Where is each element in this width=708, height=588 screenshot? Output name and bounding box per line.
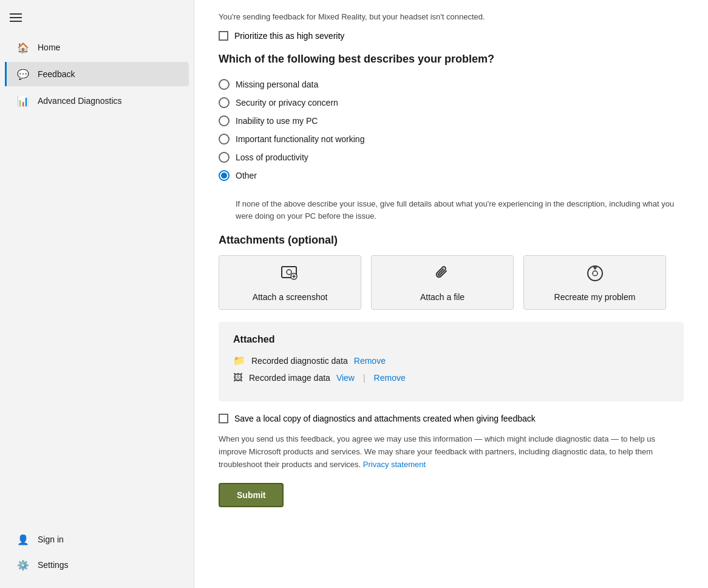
remove-diagnostic-button[interactable]: Remove	[354, 356, 386, 366]
attach-file-button[interactable]: Attach a file	[371, 255, 514, 310]
diagnostics-icon: 📊	[17, 95, 29, 107]
home-icon: 🏠	[17, 41, 29, 53]
radio-label-missing: Missing personal data	[236, 80, 318, 89]
folder-icon: 📁	[233, 355, 245, 366]
radio-inability-to-use[interactable]: Inability to use my PC	[219, 113, 684, 129]
attachment-buttons: Attach a screenshot Attach a file Recrea…	[219, 255, 684, 310]
radio-circle-inability	[219, 115, 230, 126]
attach-file-label: Attach a file	[420, 292, 465, 302]
radio-circle-security	[219, 97, 230, 108]
sidebar-bottom: 👤 Sign in ⚙️ Settings	[0, 526, 194, 588]
privacy-statement-link[interactable]: Privacy statement	[363, 460, 426, 469]
recreate-problem-button[interactable]: Recreate my problem	[523, 255, 666, 310]
radio-other[interactable]: Other	[219, 168, 684, 183]
image-data-label: Recorded image data	[249, 373, 330, 383]
diagnostic-data-label: Recorded diagnostic data	[251, 356, 348, 366]
svg-point-6	[593, 271, 597, 276]
radio-missing-personal-data[interactable]: Missing personal data	[219, 77, 684, 92]
radio-circle-missing	[219, 79, 230, 90]
attached-section: Attached 📁 Recorded diagnostic data Remo…	[219, 322, 684, 402]
other-hint: If none of the above describe your issue…	[236, 198, 684, 222]
submit-button[interactable]: Submit	[219, 483, 284, 507]
svg-point-1	[287, 270, 291, 275]
save-copy-label: Save a local copy of diagnostics and att…	[234, 414, 536, 423]
attached-title: Attached	[233, 334, 669, 345]
sidebar-item-sign-in-label: Sign in	[38, 535, 64, 544]
radio-label-functionality: Important functionality not working	[236, 134, 364, 144]
sidebar-item-home[interactable]: 🏠 Home	[5, 35, 189, 60]
save-copy-checkbox[interactable]	[219, 414, 228, 423]
high-severity-checkbox[interactable]	[219, 31, 228, 41]
view-image-button[interactable]: View	[336, 373, 355, 383]
recreate-problem-label: Recreate my problem	[554, 292, 636, 302]
attached-item-image: 🖼 Recorded image data View | Remove	[233, 372, 669, 383]
legal-text: When you send us this feedback, you agre…	[219, 433, 684, 471]
radio-important-functionality[interactable]: Important functionality not working	[219, 131, 684, 147]
radio-label-security: Security or privacy concern	[236, 98, 338, 108]
sidebar-item-settings[interactable]: ⚙️ Settings	[5, 553, 189, 577]
radio-security-privacy[interactable]: Security or privacy concern	[219, 95, 684, 111]
problem-section-title: Which of the following best describes yo…	[219, 53, 684, 66]
remove-image-button[interactable]: Remove	[374, 373, 406, 383]
sidebar-item-feedback[interactable]: 💬 Feedback	[5, 62, 189, 86]
sidebar-item-advanced-diagnostics-label: Advanced Diagnostics	[38, 96, 122, 106]
radio-label-productivity: Loss of productivity	[236, 152, 308, 162]
high-severity-label: Prioritize this as high severity	[234, 31, 344, 41]
radio-circle-productivity	[219, 152, 230, 163]
sidebar-item-home-label: Home	[38, 43, 60, 52]
main-content: You're sending feedback for Mixed Realit…	[194, 0, 708, 588]
recreate-icon	[585, 264, 605, 287]
settings-icon: ⚙️	[17, 559, 29, 571]
problem-radio-group: Missing personal data Security or privac…	[219, 77, 684, 183]
legal-text-content: When you send us this feedback, you agre…	[219, 434, 655, 469]
attach-screenshot-label: Attach a screenshot	[253, 292, 328, 302]
sidebar-item-feedback-label: Feedback	[38, 69, 75, 79]
attach-screenshot-button[interactable]: Attach a screenshot	[219, 255, 361, 310]
sign-in-icon: 👤	[17, 533, 29, 545]
save-copy-row: Save a local copy of diagnostics and att…	[219, 414, 684, 423]
attach-file-icon	[433, 264, 452, 287]
sidebar-item-sign-in[interactable]: 👤 Sign in	[5, 527, 189, 552]
attached-item-diagnostic: 📁 Recorded diagnostic data Remove	[233, 355, 669, 366]
separator: |	[363, 373, 366, 383]
radio-circle-functionality	[219, 134, 230, 145]
radio-circle-other	[219, 170, 230, 181]
image-icon: 🖼	[233, 372, 243, 383]
radio-label-inability: Inability to use my PC	[236, 116, 318, 126]
attachments-title: Attachments (optional)	[219, 234, 684, 247]
radio-loss-of-productivity[interactable]: Loss of productivity	[219, 149, 684, 165]
screenshot-icon	[281, 264, 300, 287]
feedback-icon: 💬	[17, 68, 29, 80]
hamburger-menu[interactable]	[0, 5, 194, 34]
top-notice: You're sending feedback for Mixed Realit…	[219, 12, 684, 21]
sidebar-item-advanced-diagnostics[interactable]: 📊 Advanced Diagnostics	[5, 89, 189, 113]
radio-label-other: Other	[236, 171, 257, 180]
high-severity-row: Prioritize this as high severity	[219, 31, 684, 41]
sidebar: 🏠 Home 💬 Feedback 📊 Advanced Diagnostics…	[0, 0, 194, 588]
sidebar-item-settings-label: Settings	[38, 560, 69, 570]
